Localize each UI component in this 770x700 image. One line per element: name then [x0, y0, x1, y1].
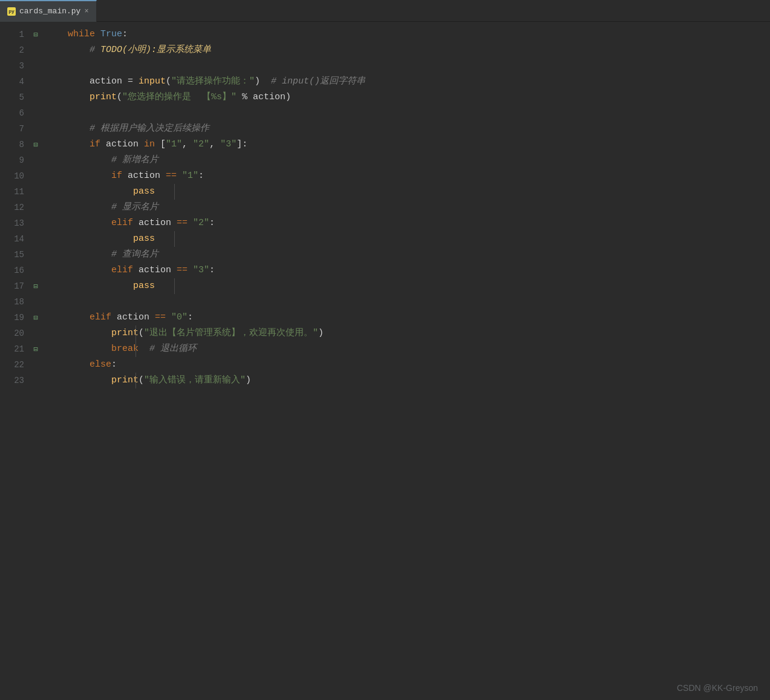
file-tab[interactable]: py cards_main.py ×: [0, 0, 97, 22]
code-line: else:: [46, 357, 770, 373]
code-line: print("退出【名片管理系统】，欢迎再次使用。"): [46, 325, 770, 341]
fold-icon[interactable]: ⊟: [31, 30, 40, 39]
code-line: # 新增名片: [46, 152, 770, 168]
watermark: CSDN @KK-Greyson: [677, 683, 758, 693]
gutter-row: [29, 152, 44, 168]
token: [46, 76, 90, 87]
indent-guide: [174, 231, 175, 247]
token: "输入错误，请重新输入": [144, 375, 246, 385]
gutter-row: ⊟: [29, 27, 44, 42]
fold-icon[interactable]: ⊟: [31, 282, 40, 290]
token: "0": [171, 312, 188, 322]
token: pass: [133, 281, 155, 291]
gutter-row: [29, 200, 44, 215]
fold-icon[interactable]: ⊟: [31, 345, 40, 353]
token: pass: [133, 234, 155, 244]
token: True: [100, 29, 122, 39]
token: (: [117, 92, 122, 102]
code-line: action = input("请选择操作功能：") # input()返回字符…: [46, 74, 770, 90]
code-line: break # 退出循环: [46, 341, 770, 357]
code-line: print("您选择的操作是 【%s】" % action): [46, 90, 770, 105]
token: [46, 344, 111, 354]
token: "3": [220, 139, 237, 149]
line-number: 2: [0, 42, 24, 58]
line-number: 19: [0, 310, 24, 325]
code-line: elif action == "0":: [46, 310, 770, 325]
token: [46, 359, 90, 370]
token: :: [122, 29, 128, 39]
code-line: pass: [46, 278, 770, 294]
gutter-row: [29, 247, 44, 263]
code-line: print("输入错误，请重新输入"): [46, 373, 770, 388]
editor: 1234567891011121314151617181920212223 ⊟⊟…: [0, 22, 770, 700]
gutter: ⊟⊟⊟⊟⊟: [29, 22, 44, 700]
token: elif: [111, 265, 133, 275]
line-number: 16: [0, 263, 24, 278]
line-number: 20: [0, 325, 24, 341]
line-number: 12: [0, 200, 24, 215]
token: # 退出循环: [149, 344, 197, 354]
token: ): [285, 92, 291, 102]
line-number: 8: [0, 137, 24, 152]
token: [139, 344, 149, 354]
gutter-row: [29, 231, 44, 247]
gutter-row: [29, 74, 44, 90]
code-line: [46, 105, 770, 121]
line-number: 10: [0, 168, 24, 184]
tab-bar: py cards_main.py ×: [0, 0, 770, 22]
line-number: 17: [0, 278, 24, 294]
token: :: [209, 265, 215, 275]
code-line: # 查询名片: [46, 247, 770, 263]
gutter-row: [29, 215, 44, 231]
gutter-row: [29, 357, 44, 373]
fold-icon[interactable]: ⊟: [31, 140, 40, 149]
token: (: [166, 76, 171, 87]
line-number: 1: [0, 27, 24, 42]
token: [46, 281, 133, 291]
token: [46, 312, 90, 322]
token: ,: [209, 139, 220, 149]
token: # input()返回字符串: [271, 76, 365, 87]
close-icon[interactable]: ×: [84, 7, 88, 16]
code-line: # TODO(小明):显示系统菜单: [46, 42, 770, 58]
token: else: [90, 359, 111, 370]
fold-icon[interactable]: ⊟: [31, 313, 40, 322]
code-area[interactable]: while True: # TODO(小明):显示系统菜单 action = i…: [44, 22, 770, 700]
token: print: [111, 375, 139, 385]
code-line: # 显示名片: [46, 200, 770, 215]
indent-guide: [135, 373, 136, 388]
token: ==: [155, 312, 166, 322]
line-number: 7: [0, 121, 24, 137]
token: [46, 218, 111, 228]
token: [: [155, 139, 166, 149]
token: %: [237, 92, 253, 102]
line-number: 23: [0, 373, 24, 388]
gutter-row: [29, 58, 44, 74]
code-line: elif action == "2":: [46, 215, 770, 231]
token: [95, 29, 100, 39]
token: [166, 312, 171, 322]
file-tab-icon: py: [7, 7, 16, 16]
token: while: [68, 29, 95, 39]
gutter-row: ⊟: [29, 278, 44, 294]
indent-guide: [174, 278, 175, 294]
token: "退出【名片管理系统】，欢迎再次使用。": [144, 328, 318, 338]
token: [46, 328, 111, 338]
token: "3": [193, 265, 209, 275]
token: ]:: [237, 139, 247, 149]
token: # 根据用户输入决定后续操作: [90, 123, 209, 134]
token: action: [133, 265, 177, 275]
token: break: [111, 344, 139, 354]
indent-guide: [174, 184, 175, 200]
token: [46, 186, 133, 197]
line-number: 22: [0, 357, 24, 373]
gutter-row: ⊟: [29, 137, 44, 152]
token: #: [90, 45, 100, 55]
line-number: 13: [0, 215, 24, 231]
token: [46, 92, 90, 102]
token: if: [90, 139, 100, 149]
token: [46, 45, 90, 55]
line-number: 15: [0, 247, 24, 263]
token: elif: [111, 218, 133, 228]
token: "2": [193, 218, 209, 228]
